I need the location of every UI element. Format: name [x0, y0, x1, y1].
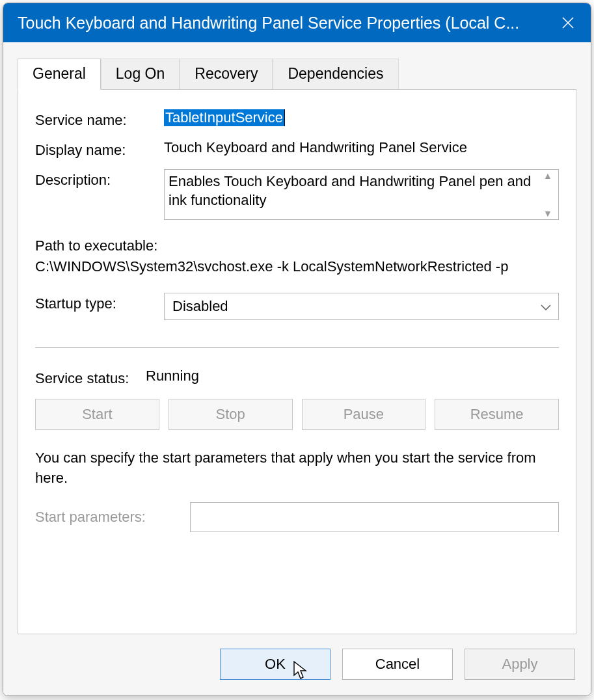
startup-type-select[interactable]: Disabled — [164, 293, 559, 320]
start-button: Start — [35, 399, 159, 430]
startup-type-label: Startup type: — [35, 293, 164, 312]
button-label: Resume — [470, 406, 524, 423]
dialog-footer: OK Cancel Apply — [3, 634, 591, 695]
tab-label: Log On — [116, 65, 165, 82]
tab-strip: General Log On Recovery Dependencies — [3, 42, 591, 89]
tab-dependencies[interactable]: Dependencies — [273, 59, 398, 90]
service-name-value[interactable]: TabletInputService — [164, 109, 285, 126]
scroll-up-icon[interactable]: ▲ — [543, 171, 552, 180]
divider — [35, 347, 559, 348]
tab-general[interactable]: General — [18, 59, 101, 90]
pause-button: Pause — [302, 399, 426, 430]
close-button[interactable] — [545, 3, 591, 42]
cancel-button[interactable]: Cancel — [342, 649, 453, 680]
tab-label: Recovery — [195, 65, 258, 82]
description-label: Description: — [35, 169, 164, 189]
tab-label: General — [33, 65, 86, 82]
button-label: Stop — [215, 406, 245, 423]
close-icon — [561, 16, 574, 29]
resume-button: Resume — [435, 399, 559, 430]
tab-label: Dependencies — [288, 65, 383, 82]
path-to-executable-value: C:\WINDOWS\System32\svchost.exe -k Local… — [35, 256, 559, 277]
start-parameters-label: Start parameters: — [35, 509, 190, 526]
display-name-label: Display name: — [35, 139, 164, 159]
description-text: Enables Touch Keyboard and Handwriting P… — [169, 173, 531, 208]
scroll-down-icon[interactable]: ▼ — [543, 209, 552, 218]
apply-button: Apply — [465, 649, 575, 680]
general-panel: Service name: TabletInputService Display… — [18, 89, 576, 634]
path-to-executable-label: Path to executable: — [35, 236, 559, 256]
startup-type-value: Disabled — [172, 298, 228, 315]
button-label: Cancel — [375, 656, 420, 673]
button-label: Pause — [344, 406, 384, 423]
stop-button: Stop — [169, 399, 293, 430]
cursor-icon — [293, 661, 310, 680]
client-area: General Log On Recovery Dependencies Ser… — [3, 42, 591, 695]
tab-recovery[interactable]: Recovery — [180, 59, 273, 90]
description-scrollbar[interactable]: ▲ ▼ — [539, 171, 557, 218]
button-label: OK — [265, 656, 286, 673]
display-name-value: Touch Keyboard and Handwriting Panel Ser… — [164, 139, 559, 156]
description-box[interactable]: Enables Touch Keyboard and Handwriting P… — [164, 169, 559, 220]
ok-button[interactable]: OK — [220, 649, 331, 680]
window-title: Touch Keyboard and Handwriting Panel Ser… — [18, 14, 545, 33]
service-status-label: Service status: — [35, 368, 146, 387]
start-parameters-hint: You can specify the start parameters tha… — [35, 448, 559, 489]
tab-log-on[interactable]: Log On — [101, 59, 180, 90]
service-name-label: Service name: — [35, 109, 164, 129]
titlebar: Touch Keyboard and Handwriting Panel Ser… — [3, 3, 591, 42]
service-properties-dialog: Touch Keyboard and Handwriting Panel Ser… — [3, 3, 591, 696]
button-label: Start — [82, 406, 112, 423]
service-status-value: Running — [146, 368, 559, 384]
start-parameters-input — [190, 502, 559, 532]
button-label: Apply — [502, 656, 537, 673]
